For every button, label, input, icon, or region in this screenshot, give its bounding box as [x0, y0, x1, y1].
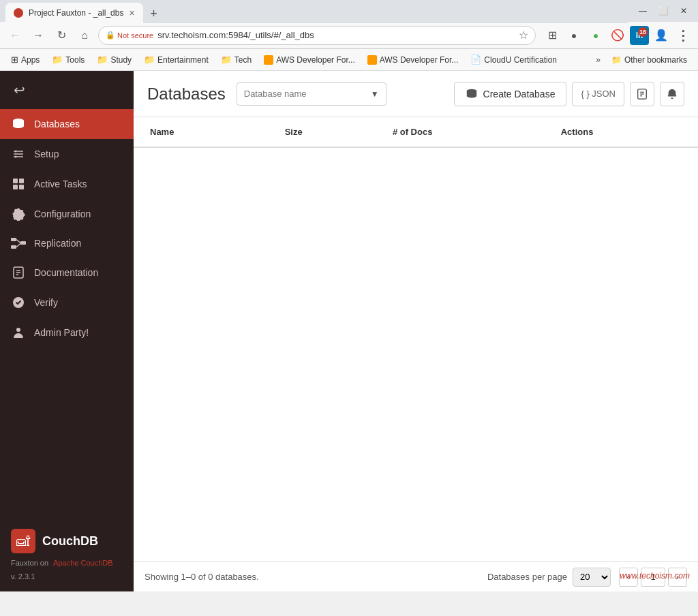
documentation-button[interactable]: [630, 82, 654, 106]
couchdb-logo: 🛋 CouchDB: [11, 529, 98, 553]
minimize-button[interactable]: —: [634, 2, 652, 20]
documentation-icon: [11, 266, 26, 279]
bookmark-cloudu[interactable]: 📄 CloudU Certification: [465, 52, 562, 67]
sidebar-item-admin-party[interactable]: Admin Party!: [0, 318, 134, 348]
showing-count-text: Showing 1–0 of 0 databases.: [145, 572, 259, 582]
json-button[interactable]: { } JSON: [572, 82, 624, 106]
aws2-favicon: [367, 55, 377, 65]
sidebar-nav: Databases Setup: [0, 109, 134, 518]
database-table-area: Name Size # of Docs Actions: [134, 117, 698, 561]
sidebar-label-active-tasks: Active Tasks: [34, 179, 87, 189]
sidebar-footer: 🛋 CouchDB Fauxton on Apache CouchDB v. 2…: [0, 518, 134, 591]
database-table: Name Size # of Docs Actions: [134, 117, 698, 148]
back-button[interactable]: ←: [5, 26, 25, 45]
bookmarks-more-button[interactable]: »: [592, 52, 605, 67]
sidebar-label-configuration: Configuration: [34, 209, 91, 219]
folder-icon: 📁: [97, 55, 108, 65]
databases-icon: [11, 117, 26, 131]
apps-icon: ⊞: [11, 55, 18, 65]
sidebar-label-verify: Verify: [34, 297, 58, 308]
forward-button[interactable]: →: [29, 26, 48, 45]
docs-icon: [636, 88, 648, 100]
avatar-button[interactable]: 👤: [652, 26, 671, 45]
active-tab[interactable]: Project Fauxton - _all_dbs ×: [5, 3, 143, 23]
sidebar-item-verify[interactable]: Verify: [0, 288, 134, 318]
svg-rect-7: [11, 238, 16, 241]
address-input-wrap[interactable]: 🔒 Not secure srv.techoism.com:5984/_util…: [98, 26, 536, 45]
new-tab-button[interactable]: +: [145, 4, 164, 23]
block-icon[interactable]: 🚫: [608, 26, 627, 45]
configuration-icon: [11, 207, 26, 221]
bookmark-entertainment[interactable]: 📁 Entertainment: [138, 52, 214, 67]
tabs-bar: Project Fauxton - _all_dbs × +: [5, 0, 628, 23]
bell-button[interactable]: [660, 82, 684, 106]
sidebar-item-replication[interactable]: Replication: [0, 229, 134, 258]
bookmark-star-icon[interactable]: ☆: [519, 29, 528, 42]
setup-icon: [11, 147, 26, 161]
svg-rect-5: [13, 185, 18, 189]
couchdb-version: v. 2.3.1: [11, 572, 35, 581]
main-content: Databases ▼ Create Database: [134, 71, 698, 591]
bookmark-apps[interactable]: ⊞ Apps: [5, 52, 45, 67]
col-header-actions: Actions: [550, 117, 698, 147]
couchdb-subtitle: Fauxton on Apache CouchDB: [11, 559, 113, 567]
replication-icon: [11, 237, 26, 249]
bookmark-study[interactable]: 📁 Study: [91, 52, 137, 67]
bookmark-tools[interactable]: 📁 Tools: [46, 52, 90, 67]
chrome-icon-1[interactable]: ●: [564, 26, 583, 45]
svg-rect-4: [19, 179, 24, 183]
tab-close-button[interactable]: ×: [129, 7, 134, 18]
lock-icon: 🔒: [106, 31, 115, 40]
sidebar-item-active-tasks[interactable]: Active Tasks: [0, 169, 134, 199]
refresh-button[interactable]: ↻: [52, 26, 71, 45]
sidebar-back-button[interactable]: ↩: [5, 76, 33, 104]
svg-rect-9: [20, 241, 26, 245]
svg-point-1: [15, 151, 17, 153]
cloudu-favicon: 📄: [470, 55, 481, 65]
main-footer: Showing 1–0 of 0 databases. Databases pe…: [134, 561, 698, 591]
col-header-size: Size: [274, 117, 382, 147]
close-button[interactable]: ✕: [675, 2, 693, 20]
per-page-label: Databases per page: [487, 572, 567, 582]
dropdown-arrow-icon[interactable]: ▼: [371, 89, 379, 99]
bookmarks-bar: ⊞ Apps 📁 Tools 📁 Study 📁 Entertainment 📁…: [0, 49, 698, 71]
sidebar: ↩ Databases: [0, 71, 134, 591]
menu-button[interactable]: ⋮: [673, 26, 693, 45]
svg-rect-6: [19, 185, 24, 189]
bookmark-aws2[interactable]: AWS Developer For...: [362, 52, 464, 67]
extensions-button[interactable]: ⊞: [543, 26, 562, 45]
linkedin-badge: 18: [638, 27, 648, 37]
couchdb-icon: 🛋: [11, 529, 35, 553]
sidebar-label-replication: Replication: [34, 238, 81, 249]
bookmark-tech[interactable]: 📁 Tech: [215, 52, 257, 67]
bell-icon: [666, 88, 678, 100]
sidebar-item-configuration[interactable]: Configuration: [0, 199, 134, 229]
admin-icon: [11, 326, 26, 339]
database-name-input[interactable]: [244, 89, 367, 99]
col-header-name: Name: [134, 117, 274, 147]
watermark: www.techoism.com: [620, 571, 690, 581]
create-database-button[interactable]: Create Database: [454, 82, 567, 106]
chrome-icon-2[interactable]: ●: [586, 26, 605, 45]
sidebar-item-setup[interactable]: Setup: [0, 139, 134, 169]
sidebar-item-databases[interactable]: Databases: [0, 109, 134, 139]
sidebar-item-documentation[interactable]: Documentation: [0, 258, 134, 288]
title-bar: Project Fauxton - _all_dbs × + — ⬜ ✕: [0, 0, 698, 22]
db-search-wrap[interactable]: ▼: [237, 82, 386, 106]
bookmark-aws1[interactable]: AWS Developer For...: [258, 52, 361, 67]
other-bookmarks-button[interactable]: 📁 Other bookmarks: [606, 52, 693, 67]
url-display: srv.techoism.com:5984/_utils/#/_all_dbs: [157, 30, 515, 40]
folder-icon: 📁: [611, 55, 622, 65]
per-page-wrap: Databases per page 10 20 50 100: [487, 568, 611, 587]
tab-favicon: [14, 8, 23, 18]
linkedin-button[interactable]: in 18: [630, 26, 649, 45]
svg-point-2: [15, 156, 17, 158]
header-actions: Create Database { } JSON: [454, 82, 684, 106]
home-button[interactable]: ⌂: [75, 26, 94, 45]
sidebar-label-documentation: Documentation: [34, 267, 98, 278]
app-container: ↩ Databases: [0, 71, 698, 591]
address-bar: ← → ↻ ⌂ 🔒 Not secure srv.techoism.com:59…: [0, 22, 698, 49]
maximize-button[interactable]: ⬜: [654, 2, 672, 20]
couchdb-name: CouchDB: [42, 534, 98, 549]
per-page-select[interactable]: 10 20 50 100: [573, 568, 611, 587]
